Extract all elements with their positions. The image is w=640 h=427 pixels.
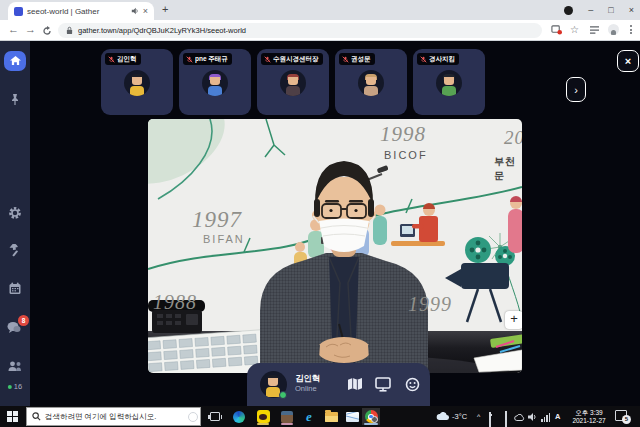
online-dot-icon xyxy=(8,385,12,389)
active-indicator xyxy=(364,423,378,425)
screen-share-icon xyxy=(375,377,391,392)
file-explorer-icon xyxy=(325,412,338,422)
reading-list-icon[interactable] xyxy=(589,26,600,35)
emote-button[interactable] xyxy=(403,375,421,393)
app-box-icon xyxy=(281,411,293,423)
task-view-button[interactable] xyxy=(206,408,224,425)
edge-button[interactable] xyxy=(230,408,248,425)
speaker-icon[interactable] xyxy=(528,413,537,421)
kakaotalk-icon xyxy=(257,410,270,423)
participant-avatar xyxy=(124,70,150,96)
carousel-next-button[interactable]: › xyxy=(566,77,586,102)
participant-tile[interactable]: pne 주태규 xyxy=(179,49,251,115)
cortana-button[interactable] xyxy=(184,408,202,425)
participant-avatar xyxy=(202,70,228,96)
mic-muted-icon xyxy=(108,56,115,63)
mic-muted-icon xyxy=(186,56,193,63)
tab-title: seeot-world | Gather xyxy=(27,7,127,16)
windows-taskbar: e -3°C ^ A 오후 3:39 2021-12-27 5 xyxy=(0,406,640,427)
file-explorer-button[interactable] xyxy=(322,408,340,425)
tray-app-icon[interactable] xyxy=(505,411,507,427)
mural-year-20xx: 20 xyxy=(504,127,522,149)
chat-button[interactable]: 8 xyxy=(7,320,23,334)
tab-audio-icon xyxy=(131,7,139,15)
back-button[interactable]: ← xyxy=(8,24,19,35)
forward-button[interactable]: → xyxy=(25,24,36,35)
url-text: gather.town/app/QdrQBJuK2LyRYk3H/seeot-w… xyxy=(78,26,246,35)
mural-label-bucheon: 부천문 xyxy=(494,155,522,183)
chrome-profile-badge xyxy=(371,416,378,423)
search-icon xyxy=(32,412,41,421)
participant-tile[interactable]: 경사지킴 xyxy=(413,49,485,115)
browser-tab-bar: seeot-world | Gather × + – □ × xyxy=(0,0,640,20)
main-video-feed[interactable]: 1997 BIFAN 1998 BICOF 20 부천문 1988 1999 + xyxy=(148,119,522,373)
participant-tile[interactable]: 권성문 xyxy=(335,49,407,115)
video-zoom-button[interactable]: + xyxy=(505,311,522,329)
battery-icon[interactable] xyxy=(489,412,491,427)
tab-close-button[interactable]: × xyxy=(143,7,148,16)
running-indicator xyxy=(281,423,293,425)
network-icon[interactable] xyxy=(541,413,550,422)
mural-year-1998: 1998 xyxy=(380,122,426,147)
participant-name-chip: 경사지킴 xyxy=(417,53,459,65)
participant-name-chip: 김인혁 xyxy=(105,53,141,65)
onedrive-icon[interactable] xyxy=(514,414,525,421)
search-input[interactable] xyxy=(45,412,195,421)
ime-indicator[interactable]: A xyxy=(555,412,560,421)
participant-avatar xyxy=(436,70,462,96)
browser-menu-button[interactable] xyxy=(630,25,632,34)
browser-url-bar: ← → gather.town/app/QdrQBJuK2LyRYk3H/see… xyxy=(0,20,640,41)
mail-button[interactable] xyxy=(343,408,361,425)
taskbar-search[interactable] xyxy=(26,407,201,426)
tray-expand-caret[interactable]: ^ xyxy=(477,413,480,420)
kakaotalk-button[interactable] xyxy=(254,408,272,425)
task-view-icon xyxy=(210,412,220,421)
participant-name-chip: pne 주태규 xyxy=(183,53,232,65)
cortana-icon xyxy=(188,412,198,422)
weather-icon[interactable] xyxy=(436,412,449,421)
online-count: 16 xyxy=(8,382,22,391)
gather-sidebar: 8 16 xyxy=(0,41,30,406)
mic-muted-icon xyxy=(264,56,271,63)
window-maximize-button[interactable]: □ xyxy=(608,5,613,15)
new-tab-button[interactable]: + xyxy=(162,3,168,15)
gear-icon[interactable] xyxy=(8,206,22,220)
window-close-button[interactable]: × xyxy=(629,5,634,15)
hammer-icon[interactable] xyxy=(9,244,22,257)
mural-label-bicof: BICOF xyxy=(384,149,428,161)
browser-avatar-icon[interactable] xyxy=(608,24,619,35)
reload-button[interactable] xyxy=(42,26,52,36)
calendar-icon[interactable] xyxy=(9,282,22,295)
mural-label-bifan: BIFAN xyxy=(203,233,245,245)
screen: seeot-world | Gather × + – □ × ← → gathe… xyxy=(0,0,640,427)
chrome-button[interactable] xyxy=(362,408,380,425)
app-button[interactable] xyxy=(278,408,296,425)
mic-muted-icon xyxy=(342,56,349,63)
temperature[interactable]: -3°C xyxy=(452,412,467,421)
internet-explorer-button[interactable]: e xyxy=(300,408,318,425)
mural-year-1997: 1997 xyxy=(192,207,242,233)
status-dot-icon xyxy=(279,391,287,399)
window-minimize-button[interactable]: – xyxy=(588,5,593,15)
home-icon xyxy=(10,56,21,66)
video-grid-close-button[interactable]: × xyxy=(617,50,639,72)
screen-share-button[interactable] xyxy=(374,375,392,393)
people-icon[interactable] xyxy=(8,361,23,372)
minimap-button[interactable] xyxy=(346,375,364,393)
video-frame-illustration xyxy=(148,119,522,373)
action-center-button[interactable]: 5 xyxy=(615,410,627,421)
address-field[interactable]: gather.town/app/QdrQBJuK2LyRYk3H/seeot-w… xyxy=(58,23,542,38)
browser-tab[interactable]: seeot-world | Gather × xyxy=(8,2,154,20)
browser-profile-dot-icon xyxy=(564,6,573,15)
edge-icon xyxy=(233,411,245,423)
home-button[interactable] xyxy=(4,51,26,71)
participant-tile[interactable]: 수원시경센터장 xyxy=(257,49,329,115)
clock-date: 2021-12-27 xyxy=(568,417,610,425)
start-button[interactable] xyxy=(0,406,25,427)
taskbar-clock[interactable]: 오후 3:39 2021-12-27 xyxy=(568,409,610,425)
lock-icon xyxy=(66,26,73,35)
bookmark-star-button[interactable]: ☆ xyxy=(570,24,579,35)
participant-tile[interactable]: 김인혁 xyxy=(101,49,173,115)
pin-icon[interactable] xyxy=(9,93,21,106)
popup-blocked-icon[interactable] xyxy=(551,24,562,35)
